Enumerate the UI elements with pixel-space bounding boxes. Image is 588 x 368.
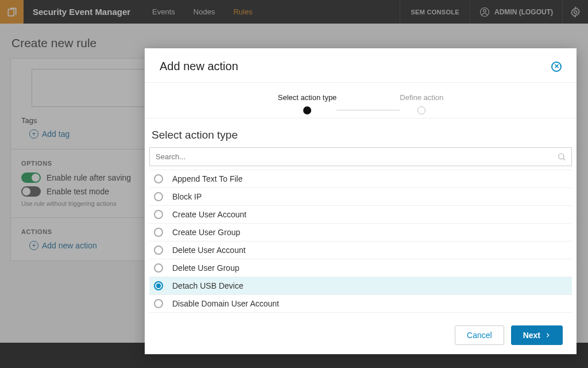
step1-dot-icon (303, 106, 311, 114)
action-option-label: Disable Domain User Account (172, 299, 279, 308)
search-input[interactable] (149, 147, 572, 166)
cancel-button[interactable]: Cancel (455, 325, 504, 345)
modal-body: Select action type Append Text To FileBl… (145, 118, 577, 316)
radio-icon (154, 246, 163, 255)
radio-icon (154, 210, 163, 219)
radio-icon (154, 281, 163, 290)
action-option[interactable]: Detach USB Device (149, 277, 572, 295)
action-option-label: Delete User Account (172, 246, 246, 255)
modal-footer: Cancel Next (145, 316, 577, 354)
action-option-label: Detach USB Device (172, 281, 243, 290)
section-title: Select action type (150, 129, 572, 141)
action-type-list[interactable]: Append Text To FileBlock IPCreate User A… (149, 170, 572, 316)
action-option[interactable]: Create User Account (149, 206, 572, 224)
step-define-action[interactable]: Define action (400, 93, 443, 114)
chevron-right-icon (545, 332, 551, 338)
cancel-label: Cancel (467, 331, 492, 340)
stepper: Select action type Define action (145, 83, 577, 118)
radio-icon (154, 299, 163, 308)
step2-label: Define action (400, 93, 443, 102)
step1-label: Select action type (278, 93, 337, 102)
action-option[interactable]: Delete User Account (149, 241, 572, 259)
svg-point-4 (559, 154, 564, 159)
next-label: Next (523, 331, 540, 340)
action-option-label: Append Text To File (172, 174, 242, 183)
action-option[interactable]: Append Text To File (149, 170, 572, 188)
next-button[interactable]: Next (511, 325, 563, 345)
step-connector (336, 110, 400, 110)
action-option-label: Create User Account (172, 210, 246, 219)
search-wrap (149, 147, 572, 166)
action-option[interactable]: Delete User Group (149, 259, 572, 277)
action-option[interactable]: Disable Domain User Account (149, 295, 572, 313)
radio-icon (154, 174, 163, 183)
close-button[interactable]: ✕ (551, 62, 562, 72)
action-option-label: Create User Group (172, 228, 240, 237)
step2-dot-icon (417, 106, 425, 114)
action-option[interactable]: Block IP (149, 188, 572, 206)
step-select-type[interactable]: Select action type (278, 93, 337, 114)
radio-icon (154, 228, 163, 237)
action-option[interactable]: Create User Group (149, 224, 572, 241)
action-option-label: Block IP (172, 192, 202, 201)
modal-title: Add new action (160, 60, 238, 73)
add-action-modal: Add new action ✕ Select action type Defi… (145, 48, 577, 354)
action-option-label: Delete User Group (172, 263, 239, 273)
search-icon (557, 152, 567, 162)
close-icon: ✕ (554, 63, 559, 70)
radio-icon (154, 263, 163, 273)
svg-line-5 (563, 158, 565, 160)
modal-header: Add new action ✕ (145, 48, 577, 83)
radio-icon (154, 192, 163, 201)
